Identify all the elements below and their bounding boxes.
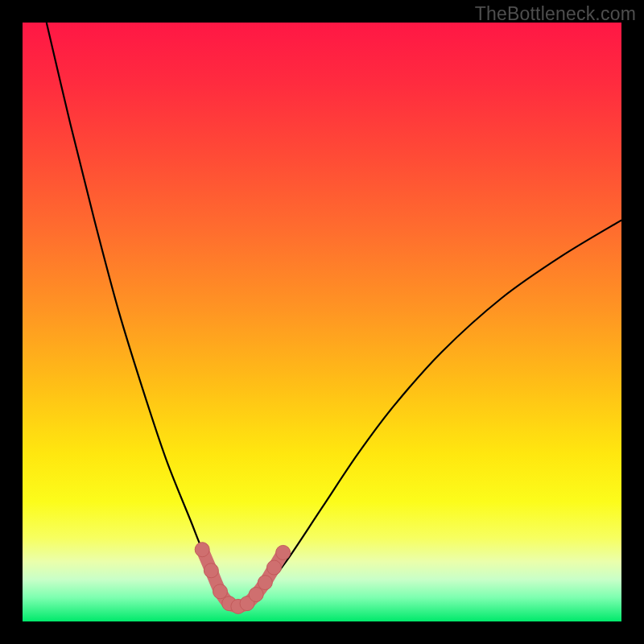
watermark-text: TheBottleneck.com xyxy=(475,3,636,25)
marker-dot xyxy=(266,560,281,575)
plot-area xyxy=(23,23,621,621)
marker-dot xyxy=(249,588,263,602)
marker-dot xyxy=(258,576,272,590)
marker-dot xyxy=(276,545,291,559)
chart-frame: TheBottleneck.com xyxy=(0,0,644,644)
marker-dot xyxy=(213,584,228,599)
bottleneck-chart xyxy=(0,0,644,644)
marker-dot xyxy=(195,543,209,557)
marker-dot xyxy=(204,564,218,578)
